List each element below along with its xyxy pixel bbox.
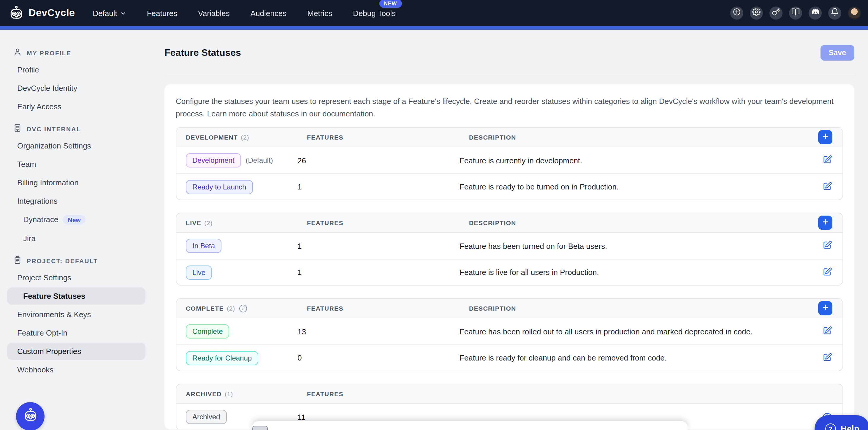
development-status-table: DEVELOPMENT(2) FEATURES DESCRIPTION [176,127,843,200]
sidebar-section-dvc-internal: DVC INTERNAL Organization Settings Team … [0,124,151,247]
devcycle-logo[interactable]: DevCycle [8,5,75,21]
user-avatar[interactable] [848,6,861,20]
plus-icon [822,218,829,227]
header-divider [164,74,856,74]
question-mark-icon: ? [825,424,836,430]
status-badge: Live [186,265,212,279]
description-column-header: DESCRIPTION [460,219,806,226]
category-header: DEVELOPMENT(2) [176,134,298,141]
plus-icon [822,132,829,142]
sidebar-item-custom-properties[interactable]: Custom Properties [7,343,146,360]
edit-status-button[interactable] [822,154,832,166]
category-header: COMPLETE(2) i [176,304,298,312]
sidebar-item-jira[interactable]: Jira [7,230,146,247]
sidebar-item-feature-statuses[interactable]: Feature Statuses [7,287,146,305]
bottom-panel-edge [252,421,687,430]
book-icon [792,8,800,19]
add-status-button[interactable] [818,301,832,315]
bell-icon [831,8,839,19]
add-status-button[interactable] [818,130,832,144]
status-description: Feature is ready for cleanup and can be … [460,354,806,362]
settings-button[interactable] [750,6,763,20]
status-description: Feature has been turned on for Beta user… [460,241,806,250]
nav-audiences[interactable]: Audiences [251,9,286,18]
gear-icon [752,8,761,19]
feature-count: 1 [298,182,460,191]
nav-features[interactable]: Features [147,9,178,18]
sidebar-item-team[interactable]: Team [7,156,146,173]
main-content: Feature Statuses Save Configure the stat… [151,30,868,430]
edit-pencil-icon [822,181,832,193]
discord-button[interactable] [809,6,822,20]
documentation-button[interactable] [789,6,802,20]
edit-status-button[interactable] [822,352,832,364]
robot-logo-icon [8,5,24,21]
nav-org-switcher[interactable]: Default [93,9,126,18]
status-row: Live 1 Feature is live for all users in … [176,259,842,285]
settings-sidebar: MY PROFILE Profile DevCycle Identity Ear… [0,30,151,430]
nav-variables[interactable]: Variables [198,9,229,18]
feature-count: 26 [298,156,460,165]
sidebar-item-integrations[interactable]: Integrations [7,192,146,210]
topbar-actions [730,6,861,20]
table-header-row: LIVE(2) FEATURES DESCRIPTION [176,213,842,233]
sidebar-item-project-settings[interactable]: Project Settings [7,269,146,286]
sidebar-item-environments-keys[interactable]: Environments & Keys [7,306,146,323]
sidebar-item-webhooks[interactable]: Webhooks [7,361,146,378]
accent-bar [0,26,868,30]
person-icon [13,48,22,58]
description-column-header: DESCRIPTION [460,305,806,312]
help-button[interactable]: ? Help [814,415,868,430]
sidebar-item-billing-information[interactable]: Billing Information [7,174,146,191]
edit-pencil-icon [822,326,832,337]
robot-icon [22,407,38,426]
sidebar-item-early-access[interactable]: Early Access [7,98,146,115]
sidebar-section-project-default: PROJECT: DEFAULT Project Settings Featur… [0,255,151,378]
features-column-header: FEATURES [298,390,460,397]
status-description: Feature is ready to be turned on in Prod… [460,182,806,191]
building-icon [13,124,22,134]
edit-pencil-icon [822,240,832,252]
primary-nav: Default Features Variables Audiences Met… [93,9,396,18]
api-keys-button[interactable] [770,6,782,20]
edit-status-button[interactable] [822,266,832,278]
bottom-panel-handle[interactable] [252,426,268,430]
nav-debug-tools[interactable]: Debug Tools NEW [353,9,396,18]
sidebar-item-dynatrace[interactable]: DynatraceNew [7,211,146,229]
create-button[interactable] [730,6,743,20]
feature-count: 1 [298,241,460,250]
sidebar-item-organization-settings[interactable]: Organization Settings [7,137,146,154]
sidebar-item-feature-opt-in[interactable]: Feature Opt-In [7,324,146,341]
feature-statuses-card: Configure the statuses your team uses to… [164,84,854,429]
devcycle-assistant-button[interactable] [16,402,44,430]
edit-status-button[interactable] [822,326,832,337]
sidebar-section-my-profile: MY PROFILE Profile DevCycle Identity Ear… [0,48,151,115]
info-icon[interactable]: i [239,304,247,312]
edit-pencil-icon [822,266,832,278]
nav-metrics[interactable]: Metrics [307,9,332,18]
add-status-button[interactable] [818,216,832,230]
status-badge: Ready to Launch [186,180,253,194]
help-label: Help [841,424,859,430]
edit-status-button[interactable] [822,181,832,193]
top-navigation-bar: DevCycle Default Features Variables Audi… [0,0,868,26]
status-row: Complete 13 Feature has been rolled out … [176,318,842,344]
table-header-row: ARCHIVED(1) FEATURES [176,384,842,404]
status-row: Development (Default) 26 Feature is curr… [176,147,842,174]
status-row: Ready for Cleanup 0 Feature is ready for… [176,344,842,371]
notifications-button[interactable] [828,6,841,20]
save-button[interactable]: Save [820,45,854,61]
edit-status-button[interactable] [822,240,832,252]
sidebar-header-dvc-internal: DVC INTERNAL [0,124,151,136]
default-label: (Default) [246,156,273,164]
sidebar-item-devcycle-identity[interactable]: DevCycle Identity [7,80,146,97]
feature-count: 11 [298,412,460,421]
sidebar-item-profile[interactable]: Profile [7,61,146,79]
status-description: Feature is currently in development. [460,156,806,165]
page-header: Feature Statuses Save [164,45,854,61]
sidebar-header-my-profile: MY PROFILE [0,48,151,60]
new-badge: New [63,215,86,224]
table-header-row: DEVELOPMENT(2) FEATURES DESCRIPTION [176,128,842,147]
status-badge: In Beta [186,239,221,253]
new-badge: NEW [379,0,402,7]
